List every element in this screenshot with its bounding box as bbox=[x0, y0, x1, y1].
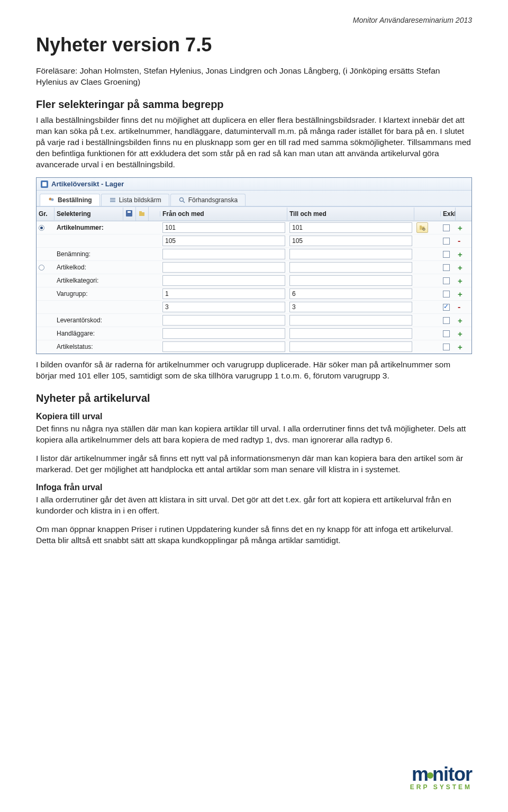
to-input[interactable] bbox=[289, 315, 412, 326]
footer-logo: mnitor ERP SYSTEM bbox=[410, 765, 472, 791]
add-row-button[interactable]: + bbox=[458, 223, 462, 232]
svg-rect-11 bbox=[139, 212, 144, 216]
tab-preview-icon bbox=[178, 196, 186, 204]
from-input[interactable] bbox=[162, 275, 285, 286]
table-row: Leverantörskod:+ bbox=[37, 314, 471, 327]
kopiera-p1: Det finns nu några nya ställen där man k… bbox=[36, 423, 472, 446]
row-label: Handläggare: bbox=[57, 330, 95, 337]
section-heading-artikelurval: Nyheter på artikelurval bbox=[36, 392, 472, 404]
from-input[interactable] bbox=[162, 249, 285, 259]
grid-header-row: Gr. Selektering Från och med Till och me… bbox=[37, 206, 471, 221]
to-input[interactable]: 6 bbox=[289, 288, 412, 299]
svg-point-3 bbox=[51, 199, 54, 201]
from-input[interactable] bbox=[162, 315, 285, 326]
remove-row-button[interactable]: - bbox=[458, 236, 460, 246]
table-row: Artikelkategori:+ bbox=[37, 274, 471, 287]
col-till: Till och med bbox=[287, 207, 414, 220]
table-row: Artikelkod:+ bbox=[37, 261, 471, 274]
add-row-button[interactable]: + bbox=[458, 250, 462, 259]
app-window: Artikelöversikt - Lager Beställning List… bbox=[36, 177, 472, 354]
header-event: Monitor Användareseminarium 2013 bbox=[36, 16, 472, 24]
infoga-p2: Om man öppnar knappen Priser i rutinen U… bbox=[36, 524, 472, 546]
to-input[interactable] bbox=[289, 328, 412, 339]
to-input[interactable]: 101 bbox=[289, 222, 412, 233]
subheading-kopiera: Kopiera till urval bbox=[36, 412, 472, 421]
exclude-checkbox[interactable] bbox=[443, 238, 450, 245]
group-radio[interactable] bbox=[39, 225, 44, 231]
tab-bestallning[interactable]: Beställning bbox=[40, 194, 100, 206]
section-body-selekteringar: I alla beställningsbilder finns det nu m… bbox=[36, 115, 472, 170]
row-label: Artikelstatus: bbox=[57, 343, 93, 350]
to-input[interactable] bbox=[289, 249, 412, 259]
logo-tagline: ERP SYSTEM bbox=[410, 783, 472, 791]
from-input[interactable]: 101 bbox=[162, 222, 285, 233]
tab-lista[interactable]: Lista bildskärm bbox=[101, 194, 169, 206]
add-row-button[interactable]: + bbox=[458, 276, 462, 285]
exclude-checkbox[interactable] bbox=[443, 317, 450, 324]
logo-brand: mnitor bbox=[410, 765, 472, 783]
from-input[interactable] bbox=[162, 341, 285, 352]
exclude-checkbox[interactable] bbox=[443, 224, 450, 231]
app-title: Artikelöversikt - Lager bbox=[51, 180, 124, 188]
svg-rect-14 bbox=[420, 225, 422, 227]
exclude-checkbox[interactable] bbox=[443, 291, 450, 297]
svg-rect-10 bbox=[128, 211, 131, 213]
group-radio[interactable] bbox=[39, 265, 44, 270]
exclude-checkbox[interactable] bbox=[443, 330, 450, 337]
to-input[interactable] bbox=[289, 341, 412, 352]
section-heading-selekteringar: Fler selekteringar på samma begrepp bbox=[36, 98, 472, 111]
tab-label: Beställning bbox=[58, 196, 92, 204]
svg-line-8 bbox=[183, 201, 185, 203]
remove-row-button[interactable]: - bbox=[458, 302, 460, 312]
add-row-button[interactable]: + bbox=[458, 316, 462, 325]
add-row-button[interactable]: + bbox=[458, 342, 462, 351]
from-input[interactable]: 105 bbox=[162, 236, 285, 246]
table-row: 33- bbox=[37, 301, 471, 314]
col-open-icon[interactable] bbox=[136, 207, 149, 221]
tab-bar: Beställning Lista bildskärm Förhandsgran… bbox=[37, 191, 471, 206]
from-input[interactable]: 3 bbox=[162, 302, 285, 312]
to-input[interactable] bbox=[289, 262, 412, 273]
tab-label: Lista bildskärm bbox=[119, 196, 161, 204]
col-save-icon[interactable] bbox=[123, 207, 136, 221]
svg-rect-4 bbox=[110, 198, 115, 199]
app-caption: I bilden ovanför så är raderna för artik… bbox=[36, 359, 472, 382]
to-input[interactable]: 105 bbox=[289, 236, 412, 246]
row-label: Artikelnummer: bbox=[57, 224, 104, 231]
col-selektering: Selektering bbox=[55, 207, 123, 220]
app-titlebar: Artikelöversikt - Lager bbox=[37, 178, 471, 191]
to-input[interactable]: 3 bbox=[289, 302, 412, 312]
to-input[interactable] bbox=[289, 275, 412, 286]
exclude-checkbox[interactable] bbox=[443, 304, 450, 311]
row-label: Varugrupp: bbox=[57, 290, 87, 297]
exclude-checkbox[interactable] bbox=[443, 344, 450, 350]
tab-list-icon bbox=[109, 196, 116, 204]
exclude-checkbox[interactable] bbox=[443, 251, 450, 258]
table-row: 105105- bbox=[37, 234, 471, 248]
add-row-button[interactable]: + bbox=[458, 329, 462, 338]
svg-rect-1 bbox=[42, 182, 47, 186]
svg-rect-5 bbox=[110, 200, 115, 201]
add-row-button[interactable]: + bbox=[458, 263, 462, 272]
tab-label: Förhandsgranska bbox=[188, 196, 238, 204]
table-row: Artikelstatus:+ bbox=[37, 340, 471, 354]
window-icon bbox=[41, 181, 48, 188]
col-exkl: Exkl. bbox=[441, 207, 456, 220]
from-input[interactable]: 1 bbox=[162, 288, 285, 299]
lookup-button[interactable] bbox=[416, 222, 428, 233]
table-row: Artikelnummer:101101+ bbox=[37, 221, 471, 234]
grid-body: Artikelnummer:101101+105105-Benämning:+A… bbox=[37, 221, 471, 354]
add-row-button[interactable]: + bbox=[458, 290, 462, 299]
exclude-checkbox[interactable] bbox=[443, 264, 450, 271]
tab-users-icon bbox=[48, 196, 55, 204]
from-input[interactable] bbox=[162, 262, 285, 273]
from-input[interactable] bbox=[162, 328, 285, 339]
svg-rect-9 bbox=[126, 210, 132, 216]
col-gr: Gr. bbox=[37, 207, 55, 220]
table-row: Handläggare:+ bbox=[37, 327, 471, 340]
page-title: Nyheter version 7.5 bbox=[36, 34, 472, 56]
tab-forhand[interactable]: Förhandsgranska bbox=[170, 194, 246, 206]
row-label: Leverantörskod: bbox=[57, 317, 102, 324]
svg-rect-6 bbox=[110, 201, 115, 202]
exclude-checkbox[interactable] bbox=[443, 277, 450, 284]
